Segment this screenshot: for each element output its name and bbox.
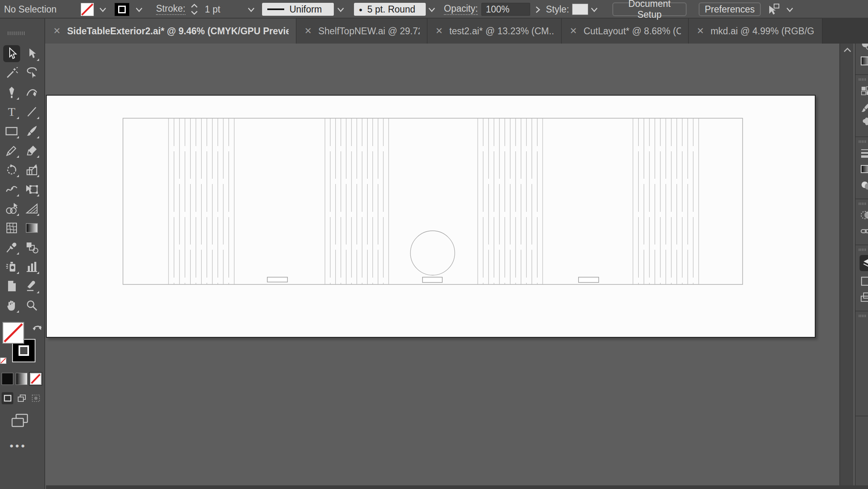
lasso-tool[interactable] [23, 65, 40, 82]
fill-chevron-down-icon[interactable] [98, 6, 107, 13]
draw-inside-button[interactable] [30, 392, 42, 404]
preferences-button[interactable]: Preferences [699, 2, 761, 16]
opacity-panel-link[interactable]: Opacity: [444, 0, 478, 19]
slice-tool-icon [25, 280, 38, 293]
type-tool[interactable]: T [3, 103, 20, 120]
brush-chevron-down-icon[interactable] [427, 6, 436, 13]
color-guide-panel-icon[interactable] [860, 179, 868, 191]
symbol-sprayer-tool[interactable] [3, 258, 20, 275]
slice-tool[interactable] [23, 278, 40, 295]
line-segment-tool[interactable] [23, 103, 40, 120]
magic-wand-tool[interactable] [3, 65, 20, 82]
default-fill-stroke-icon[interactable] [0, 357, 6, 364]
draw-normal-button[interactable] [2, 392, 13, 404]
tab-label: ShelfTopNEW.ai @ 29.72... [318, 26, 420, 37]
document-tab-1[interactable]: ✕SideTableExterior2.ai* @ 9.46% (CMYK/GP… [45, 19, 296, 44]
brushes-panel-icon[interactable] [860, 101, 868, 113]
rotate-tool[interactable] [3, 161, 20, 178]
dock-grip[interactable] [859, 315, 868, 317]
horizontal-scrollbar[interactable] [46, 485, 868, 489]
tab-close-icon[interactable]: ✕ [53, 26, 60, 36]
stroke-chevron-down-icon[interactable] [135, 6, 144, 13]
scroll-up-icon[interactable] [843, 47, 852, 55]
selection-tool[interactable] [3, 45, 20, 62]
style-chevron-down-icon[interactable] [590, 6, 599, 13]
fill-color-swatch[interactable] [81, 3, 94, 16]
asset-export-panel-icon[interactable] [860, 291, 868, 303]
stroke-color-swatch[interactable] [114, 3, 129, 16]
layers-panel-icon[interactable] [860, 255, 868, 271]
document-tab-2[interactable]: ✕ShelfTopNEW.ai @ 29.72... [296, 19, 427, 44]
tab-close-icon[interactable]: ✕ [304, 26, 312, 36]
artboard-tool[interactable] [3, 278, 20, 295]
dock-grip[interactable] [859, 203, 868, 205]
swap-fill-stroke-icon[interactable] [32, 323, 43, 334]
brush-definition-select[interactable]: ● 5 pt. Round [354, 3, 426, 16]
shape-builder-tool[interactable] [3, 200, 20, 217]
document-tab-4[interactable]: ✕CutLayout* @ 8.68% (C... [562, 19, 689, 44]
dock-grip[interactable] [859, 249, 868, 251]
variable-width-profile-select[interactable]: Uniform [262, 3, 334, 16]
gradient-mode-button[interactable] [16, 373, 27, 385]
dock-grip[interactable] [859, 78, 868, 81]
tab-close-icon[interactable]: ✕ [570, 26, 577, 36]
stroke-panel-panel-icon[interactable] [860, 147, 868, 159]
opacity-input[interactable]: 100% [481, 3, 530, 16]
gradient-panel-panel-icon[interactable] [860, 55, 868, 67]
tab-close-icon[interactable]: ✕ [697, 26, 704, 36]
artboard[interactable] [46, 95, 816, 338]
control-more-chevron-icon[interactable] [785, 6, 794, 13]
stroke-weight-value[interactable]: 1 pt [205, 0, 220, 19]
stroke-weight-stepper[interactable] [190, 3, 198, 15]
fill-indicator[interactable] [2, 322, 24, 344]
rectangle-tool[interactable] [3, 123, 20, 140]
swatches-panel-icon[interactable] [860, 85, 868, 97]
tools-panel-grip[interactable] [8, 31, 25, 35]
scale-tool[interactable] [23, 161, 40, 178]
pencil-tool-icon [5, 144, 18, 157]
blend-tool[interactable] [23, 239, 40, 256]
column-graph-tool[interactable] [23, 258, 40, 275]
vertical-scrollbar[interactable] [839, 44, 853, 489]
tab-close-icon[interactable]: ✕ [435, 26, 443, 36]
color-mode-button[interactable] [2, 373, 13, 385]
stroke-panel-link[interactable]: Stroke: [156, 0, 185, 19]
gradient-panel2-panel-icon[interactable] [860, 163, 868, 175]
document-tab-3[interactable]: ✕test2.ai* @ 13.23% (CM... [427, 19, 562, 44]
perspective-grid-tool[interactable] [23, 200, 40, 217]
transparency-panel-icon[interactable] [860, 209, 868, 221]
zoom-tool[interactable] [23, 297, 40, 314]
gradient-tool[interactable] [23, 219, 40, 236]
symbols-panel-icon[interactable] [860, 117, 868, 129]
hand-tool[interactable] [3, 297, 20, 314]
width-tool-icon [5, 183, 18, 196]
artboards-panel-icon[interactable] [860, 275, 868, 287]
artboard-tool-icon [6, 280, 18, 293]
mesh-tool[interactable] [3, 219, 20, 236]
width-tool[interactable] [3, 181, 20, 198]
pencil-tool[interactable] [3, 142, 20, 159]
selection-status: No Selection [4, 0, 56, 19]
eraser-tool[interactable] [23, 142, 40, 159]
profile-chevron-down-icon[interactable] [336, 6, 345, 13]
edit-toolbar-button[interactable]: ••• [10, 440, 27, 452]
stroke-weight-chevron-icon[interactable] [247, 6, 256, 13]
free-transform-tool[interactable] [23, 181, 40, 198]
rotate-tool-icon [5, 163, 18, 176]
isolate-selected-object-icon[interactable] [766, 0, 782, 19]
pen-tool[interactable] [3, 84, 20, 101]
none-mode-button[interactable] [30, 373, 42, 385]
paintbrush-tool[interactable] [23, 123, 40, 140]
document-setup-button[interactable]: Document Setup [612, 2, 687, 16]
document-tab-5[interactable]: ✕mkd.ai @ 4.99% (RGB/G... [689, 19, 822, 44]
change-screen-mode-icon[interactable] [8, 412, 32, 428]
links-panel-icon[interactable] [860, 225, 868, 237]
opacity-more-chevron-icon[interactable] [535, 6, 543, 12]
dock-grip[interactable] [859, 140, 868, 143]
direct-selection-tool[interactable] [23, 45, 40, 62]
gradient-tool-icon [25, 222, 39, 234]
eyedropper-tool[interactable] [3, 239, 20, 256]
graphic-style-swatch[interactable] [572, 4, 588, 15]
curvature-tool[interactable] [23, 84, 40, 101]
draw-behind-button[interactable] [16, 392, 27, 404]
